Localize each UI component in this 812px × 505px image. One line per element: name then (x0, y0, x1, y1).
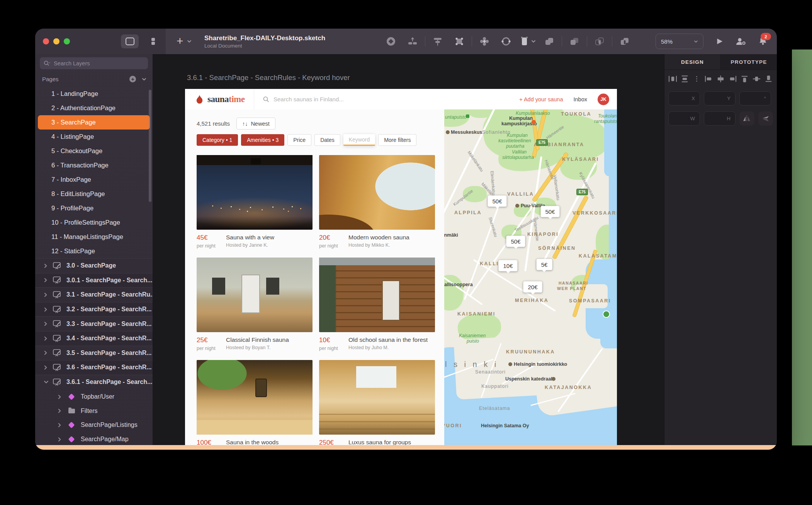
share-collaborate-icon[interactable] (735, 37, 747, 46)
page-item-9-profilepage[interactable]: 9 - ProfilePage (35, 201, 153, 215)
layer-row-searchpage-map[interactable]: SearchPage/Map (35, 432, 153, 445)
transform-icon[interactable] (474, 36, 495, 47)
align-right-icon[interactable] (728, 75, 737, 84)
collapse-pages-icon[interactable] (142, 78, 146, 81)
chevron-right-icon[interactable] (58, 437, 67, 442)
component-icon[interactable] (517, 36, 539, 47)
chevron-right-icon[interactable] (44, 263, 52, 268)
map-price-pin-2[interactable]: 50€ (506, 236, 525, 247)
minimize-window-button[interactable] (53, 38, 59, 44)
chevron-right-icon[interactable] (44, 307, 52, 312)
chevron-right-icon[interactable] (58, 408, 67, 413)
listing-photo[interactable] (197, 258, 313, 332)
tab-design[interactable]: DESIGN (664, 54, 720, 70)
tab-prototype[interactable]: PROTOTYPE (720, 54, 777, 70)
layers-search-input[interactable]: Search Layers (40, 57, 148, 69)
align-center-horizontal-icon[interactable] (716, 75, 725, 84)
listing-card-sauna-in-the-woods[interactable]: 100€Sauna in the woods (197, 360, 313, 445)
page-item-11-managelistingspage[interactable]: 11 - ManageListingsPage (35, 230, 153, 244)
artboard-row-3-2-searchpage-searchr[interactable]: 3.2 - SearchPage - SearchR... (35, 302, 153, 317)
align-bottom-icon[interactable] (764, 75, 773, 84)
edit-icon[interactable] (448, 36, 470, 46)
artboard-row-3-0-1-searchpage-search[interactable]: 3.0.1 - SearchPage - Search... (35, 273, 153, 288)
map-price-pin-4[interactable]: 5€ (537, 259, 552, 270)
filter-chip-keyword[interactable]: Keyword (343, 134, 375, 146)
field-h[interactable]: H (704, 111, 736, 126)
align-middle-vertical-icon[interactable] (752, 75, 761, 84)
layer-row-topbar-user[interactable]: Topbar/User (35, 390, 153, 404)
map-panel[interactable]: TOUKOLAKumpulanlaaksoToukolanrantapuisto… (444, 109, 617, 445)
close-window-button[interactable] (43, 38, 49, 44)
layer-row-searchpage-listings[interactable]: SearchPage/Listings (35, 418, 153, 432)
page-item-12-staticpage[interactable]: 12 - StaticPage (35, 244, 153, 258)
distribute-icon[interactable] (402, 37, 423, 46)
chevron-right-icon[interactable] (44, 336, 52, 341)
filter-chip-category-1[interactable]: Category • 1 (197, 134, 238, 146)
canvas-view-toggle[interactable] (121, 34, 139, 48)
listing-photo[interactable] (197, 155, 313, 230)
artboard-row-3-1-searchpage-searchru[interactable]: 3.1 - SearchPage - SearchRu... (35, 287, 153, 302)
chevron-right-icon[interactable] (58, 423, 67, 428)
page-item-10-profilesettingspage[interactable]: 10 - ProfileSettingsPage (35, 215, 153, 230)
align-left-icon[interactable] (704, 75, 713, 84)
page-item-3-searchpage[interactable]: 3 - SearchPage (38, 115, 150, 130)
tidy-icon[interactable] (427, 36, 448, 46)
site-search-input[interactable]: Search saunas in Finland... (263, 89, 344, 109)
chevron-right-icon[interactable] (58, 394, 67, 399)
notifications-button[interactable]: 2 (758, 36, 768, 47)
page-item-6-transactionpage[interactable]: 6 - TransactionPage (35, 158, 153, 172)
map-price-pin-5[interactable]: 20€ (523, 282, 542, 293)
listing-photo[interactable] (319, 155, 435, 230)
inbox-link[interactable]: Inbox (574, 96, 587, 102)
listing-photo[interactable] (319, 258, 435, 332)
listing-card-modern-wooden-sauna[interactable]: 20€per nightModern wooden saunaHosted by… (319, 155, 435, 249)
insert-icon[interactable] (380, 36, 402, 47)
chevron-right-icon[interactable] (44, 350, 52, 355)
page-item-5-checkoutpage[interactable]: 5 - CheckoutPage (35, 144, 153, 158)
filter-chip-more-filters[interactable]: More filters (378, 134, 416, 146)
artboard-row-3-3-searchpage-searchr[interactable]: 3.3 - SearchPage - SearchR... (35, 316, 153, 331)
field-y[interactable]: Y (704, 91, 736, 106)
page-item-2-authenticationpage[interactable]: 2 - AuthenticationPage (35, 101, 153, 115)
align-top-icon[interactable] (740, 75, 749, 84)
avatar[interactable]: JK (598, 94, 609, 105)
layer-row-filters[interactable]: Filters (35, 404, 153, 418)
canvas-area[interactable]: 3.6.1 - SearchPage - SearchRules - Keywo… (153, 54, 664, 445)
map-price-pin-3[interactable]: 10€ (498, 260, 517, 271)
components-view-toggle[interactable] (143, 34, 160, 48)
site-logo[interactable]: saunatime (195, 89, 245, 109)
add-page-button[interactable]: + (129, 76, 136, 82)
chevron-right-icon[interactable] (44, 365, 52, 370)
sidebar-scrollbar[interactable] (149, 90, 151, 202)
insert-button[interactable]: + (177, 36, 192, 47)
artboard-row-3-4-searchpage-searchr[interactable]: 3.4 - SearchPage - SearchR... (35, 331, 153, 346)
listing-card-sauna-with-a-view[interactable]: 45€per nightSauna with a viewHosted by J… (197, 155, 313, 249)
page-item-8-editlistingpage[interactable]: 8 - EditListingPage (35, 187, 153, 201)
listing-card-old-school-sauna-in-the-forest[interactable]: 10€per nightOld school sauna in the fore… (319, 258, 435, 351)
flip-vertical-button[interactable] (758, 111, 773, 126)
distribute-vertical-icon[interactable] (680, 75, 689, 84)
chevron-right-icon[interactable] (44, 321, 52, 326)
filter-chip-dates[interactable]: Dates (314, 134, 340, 146)
listing-card-luxus-sauna-for-groups[interactable]: 250€Luxus sauna for groups (319, 360, 435, 445)
chevron-right-icon[interactable] (44, 292, 52, 297)
field-w[interactable]: W (668, 111, 700, 126)
artboard-row-3-6-1-searchpage-search[interactable]: 3.6.1 - SearchPage - Search... (35, 375, 153, 389)
filter-chip-amenities-3[interactable]: Amenities • 3 (241, 134, 284, 146)
play-preview-button[interactable] (715, 37, 724, 46)
artboard-title[interactable]: 3.6.1 - SearchPage - SearchRules - Keywo… (187, 73, 350, 82)
listing-photo[interactable] (319, 360, 435, 435)
intersect-icon[interactable] (589, 36, 610, 46)
artboard-row-3-0-searchpage[interactable]: 3.0 - SearchPage (35, 258, 153, 273)
map-price-pin-0[interactable]: 50€ (488, 196, 506, 207)
sort-newest-button[interactable]: ↑↓ Newest (236, 118, 275, 130)
chevron-right-icon[interactable] (44, 278, 52, 283)
subtract-icon[interactable] (564, 36, 585, 46)
zoom-level-dropdown[interactable]: 58% (656, 34, 703, 49)
zoom-window-button[interactable] (64, 38, 70, 44)
field-rotation[interactable]: ° (739, 91, 771, 106)
distribute-horizontal-icon[interactable] (668, 75, 677, 84)
add-your-sauna-link[interactable]: + Add your sauna (519, 96, 563, 102)
artboard-row-3-5-searchpage-searchr[interactable]: 3.5 - SearchPage - SearchR... (35, 346, 153, 360)
filter-chip-price[interactable]: Price (287, 134, 311, 146)
